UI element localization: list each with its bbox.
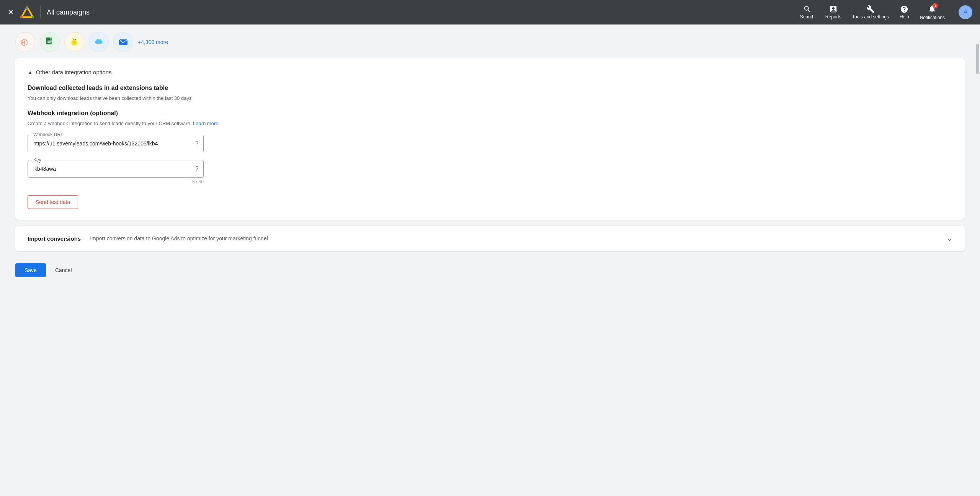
close-button[interactable]: ✕ <box>8 8 14 17</box>
hubspot-icon[interactable]: ⬡ H <box>15 32 35 52</box>
help-label: Help <box>900 14 909 20</box>
import-conversions-desc: Import conversion data to Google Ads to … <box>90 235 268 241</box>
scrollbar[interactable] <box>975 24 980 496</box>
webhook-url-input[interactable] <box>28 135 203 152</box>
svg-point-14 <box>73 39 74 40</box>
search-nav-button[interactable]: Search <box>800 5 815 20</box>
cloud-icon[interactable] <box>89 32 109 52</box>
other-data-toggle[interactable]: ▲ Other data integration options <box>28 69 952 75</box>
svg-point-3 <box>32 16 34 18</box>
svg-point-4 <box>20 16 23 18</box>
download-section-desc: You can only download leads that've been… <box>28 95 952 102</box>
key-help-icon[interactable]: ? <box>195 165 199 172</box>
cancel-button[interactable]: Cancel <box>51 263 77 277</box>
help-nav-button[interactable]: Help <box>900 5 909 20</box>
bottom-bar: Save Cancel <box>15 257 965 283</box>
reports-label: Reports <box>825 14 841 20</box>
google-ads-logo <box>20 5 34 19</box>
avatar[interactable]: A <box>959 5 972 19</box>
chevron-up-icon: ▲ <box>28 69 33 75</box>
svg-text:H: H <box>21 39 25 46</box>
send-test-data-button[interactable]: Send test data <box>28 195 78 209</box>
tools-nav-button[interactable]: Tools and settings <box>852 5 889 20</box>
webhook-url-help-icon[interactable]: ? <box>195 140 199 147</box>
nav-actions: Search Reports Tools and settings Help 1… <box>800 5 972 20</box>
svg-rect-10 <box>47 41 52 42</box>
reports-icon <box>829 5 838 13</box>
tools-icon <box>866 5 875 13</box>
webhook-url-label: Webhook URL <box>32 132 65 137</box>
notifications-nav-button[interactable]: 1 Notifications <box>920 5 945 20</box>
main-content: ⬡ H <box>0 24 980 496</box>
search-icon <box>803 5 812 13</box>
key-label: Key <box>32 157 43 163</box>
other-data-label: Other data integration options <box>36 69 112 75</box>
svg-point-13 <box>72 39 76 42</box>
integration-icons-row: ⬡ H <box>15 24 965 58</box>
notifications-label: Notifications <box>920 15 945 20</box>
notification-badge-count: 1 <box>933 3 938 8</box>
mailchimp-icon[interactable] <box>64 32 84 52</box>
main-card: ▲ Other data integration options Downloa… <box>15 58 965 220</box>
webhook-url-wrapper: Webhook URL ? <box>28 135 204 152</box>
import-conversions-title: Import conversions <box>28 235 81 242</box>
svg-rect-11 <box>47 42 51 43</box>
webhook-title: Webhook integration (optional) <box>28 110 952 117</box>
download-section-title: Download collected leads in ad extension… <box>28 85 952 91</box>
google-sheets-icon[interactable] <box>40 32 60 52</box>
key-wrapper: Key ? <box>28 160 204 178</box>
tools-label: Tools and settings <box>852 14 889 20</box>
search-label: Search <box>800 14 815 20</box>
svg-point-2 <box>26 7 28 10</box>
svg-point-15 <box>75 39 76 40</box>
svg-rect-9 <box>47 40 52 41</box>
page-title: All campaigns <box>47 8 800 16</box>
import-conversions-card[interactable]: Import conversions Import conversion dat… <box>15 226 965 251</box>
import-left: Import conversions Import conversion dat… <box>28 235 268 242</box>
help-icon <box>900 5 908 13</box>
more-integrations-label[interactable]: +4,300 more <box>138 39 168 45</box>
top-navigation: ✕ All campaigns Search Reports Tools and… <box>0 0 980 24</box>
scrollbar-thumb[interactable] <box>976 44 979 74</box>
webhook-url-field-group: Webhook URL ? <box>28 135 204 152</box>
reports-nav-button[interactable]: Reports <box>825 5 841 20</box>
key-counter: 8 / 50 <box>28 179 204 184</box>
nav-divider <box>40 6 41 18</box>
save-button[interactable]: Save <box>15 263 46 277</box>
key-input[interactable] <box>28 160 203 177</box>
chevron-down-icon: ⌄ <box>947 234 952 243</box>
logo-icon <box>20 5 34 19</box>
email-icon[interactable] <box>113 32 133 52</box>
key-field-group: Key ? 8 / 50 <box>28 160 204 184</box>
webhook-desc: Create a webhook integration to send lea… <box>28 120 952 127</box>
learn-more-link[interactable]: Learn more <box>193 121 218 126</box>
